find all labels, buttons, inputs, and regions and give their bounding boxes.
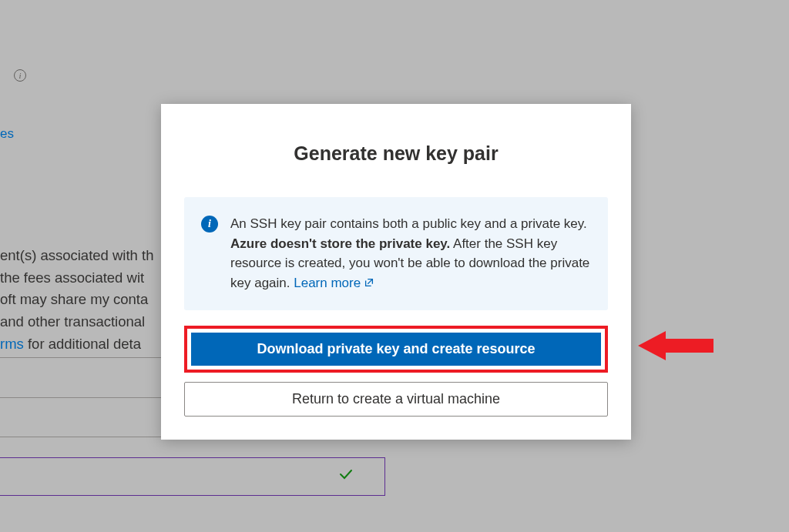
bg-text-line: ent(s) associated with th [0,247,153,263]
bg-text-line: for additional deta [24,336,141,352]
info-text: An SSH key pair contains both a public k… [230,214,591,293]
svg-marker-0 [638,331,713,360]
info-text-bold: Azure doesn't store the private key. [230,236,450,251]
info-text-segment: An SSH key pair contains both a public k… [230,216,587,231]
bg-text-line: oft may share my conta [0,291,148,307]
learn-more-label: Learn more [294,276,361,290]
external-link-icon [364,274,374,294]
download-key-create-resource-button[interactable]: Download private key and create resource [191,333,601,366]
terms-link-fragment: rms [0,336,24,352]
annotation-highlight-box: Download private key and create resource [184,326,608,373]
info-icon: i [14,69,26,82]
checkmark-icon [338,467,354,487]
bg-text-line: the fees associated wit [0,269,144,286]
info-icon: i [201,216,218,233]
return-to-create-vm-button[interactable]: Return to create a virtual machine [184,382,608,417]
background-selected-row [0,457,385,496]
learn-more-link[interactable]: Learn more [294,276,374,290]
annotation-arrow-icon [638,328,713,363]
info-callout: i An SSH key pair contains both a public… [184,197,608,310]
bg-text-line: and other transactional [0,313,145,330]
background-link-fragment: es [0,126,14,142]
generate-key-pair-dialog: Generate new key pair i An SSH key pair … [161,104,631,440]
dialog-title: Generate new key pair [184,142,608,165]
